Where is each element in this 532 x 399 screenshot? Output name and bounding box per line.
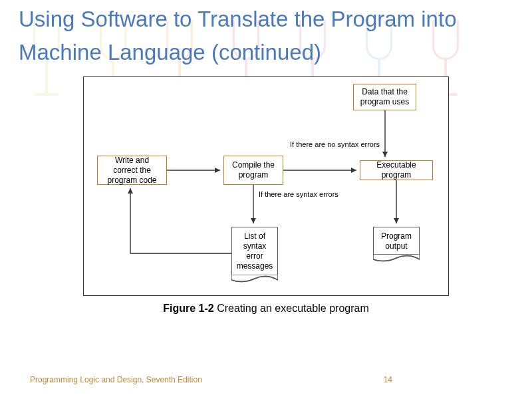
node-program-output-label: Program output — [381, 231, 412, 251]
page-number: 14 — [384, 375, 392, 384]
node-executable: Executable program — [360, 160, 433, 180]
figure-number: Figure 1-2 — [163, 303, 213, 314]
figure-text: Creating an executable program — [214, 303, 369, 314]
node-write-code: Write and correct the program code — [97, 156, 167, 185]
node-error-list: List of syntax error messages — [231, 227, 278, 284]
slide-footer: Programming Logic and Design, Seventh Ed… — [0, 375, 532, 384]
flowchart: Write and correct the program code Compi… — [83, 76, 449, 296]
figure-caption: Figure 1-2 Creating an executable progra… — [0, 303, 532, 315]
slide-title: Using Software to Translate the Program … — [0, 0, 532, 68]
book-title: Programming Logic and Design, Seventh Ed… — [30, 375, 202, 384]
edge-label-has-errors: If there are syntax errors — [259, 190, 338, 199]
node-input-data: Data that the program uses — [353, 84, 416, 110]
node-compile: Compile the program — [223, 156, 283, 185]
node-program-output: Program output — [373, 227, 420, 263]
node-error-list-label: List of syntax error messages — [237, 231, 273, 271]
edge-label-no-errors: If there are no syntax errors — [290, 140, 380, 149]
